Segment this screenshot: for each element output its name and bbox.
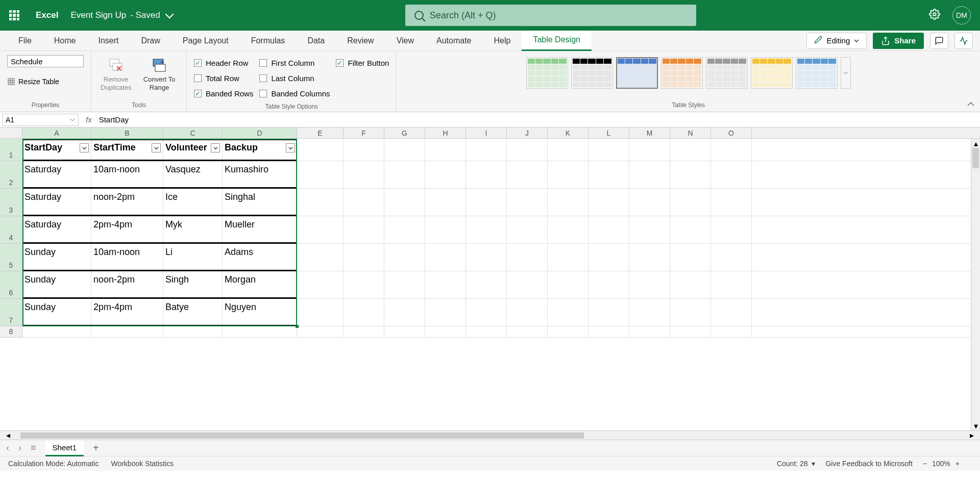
column-header[interactable]: O [711, 127, 752, 138]
scroll-down-icon[interactable]: ▾ [971, 421, 980, 430]
ribbon-tab-draw[interactable]: Draw [130, 31, 171, 51]
ribbon-tab-table-design[interactable]: Table Design [522, 31, 592, 51]
filter-button-checkbox[interactable]: Filter Button [336, 55, 389, 70]
row-header[interactable]: 6 [0, 271, 22, 299]
sheet-tab[interactable]: Sheet1 [45, 440, 84, 456]
ribbon-collapse-icon[interactable] [967, 100, 975, 111]
table-header-cell[interactable]: Backup [223, 140, 297, 160]
workbook-stats[interactable]: Workbook Statistics [111, 459, 174, 468]
last-column-checkbox[interactable]: Last Column [259, 70, 330, 86]
search-input[interactable]: Search (Alt + Q) [405, 5, 696, 26]
row-header[interactable]: 3 [0, 189, 22, 216]
column-header[interactable]: N [670, 127, 711, 138]
hscroll-thumb[interactable] [20, 432, 584, 439]
table-cell[interactable]: 10am-noon [91, 244, 163, 270]
horizontal-scrollbar[interactable]: ◂ ▸ [0, 430, 980, 440]
column-header[interactable]: G [384, 127, 425, 138]
file-menu-chevron-icon[interactable] [165, 10, 174, 19]
header-row-checkbox[interactable]: Header Row [194, 55, 253, 70]
table-style-swatch[interactable] [571, 57, 613, 89]
ribbon-tab-insert[interactable]: Insert [87, 31, 130, 51]
table-style-swatch[interactable] [661, 57, 703, 89]
row-header[interactable]: 7 [0, 299, 22, 326]
calc-mode[interactable]: Calculation Mode: Automatic [8, 459, 99, 468]
column-header[interactable]: F [344, 127, 384, 138]
scroll-up-icon[interactable]: ▴ [971, 139, 980, 148]
filter-dropdown-button[interactable] [211, 143, 220, 152]
table-cell[interactable]: noon-2pm [91, 189, 163, 215]
zoom-out-button[interactable]: − [923, 459, 927, 468]
convert-to-range-button[interactable]: Convert To Range [139, 55, 179, 93]
add-sheet-button[interactable]: + [93, 442, 99, 454]
banded-columns-checkbox[interactable]: Banded Columns [259, 86, 330, 101]
formula-input[interactable] [97, 114, 980, 126]
column-header[interactable]: D [223, 127, 297, 138]
table-header-cell[interactable]: StartDay [22, 140, 91, 160]
table-cell[interactable]: Singhal [223, 189, 297, 215]
column-header[interactable]: E [297, 127, 344, 138]
ribbon-tab-home[interactable]: Home [43, 31, 87, 51]
first-column-checkbox[interactable]: First Column [259, 55, 330, 70]
column-header[interactable]: I [466, 127, 507, 138]
app-launcher-icon[interactable] [9, 10, 19, 20]
table-style-swatch[interactable] [526, 57, 568, 89]
sheet-list-icon[interactable]: ≡ [31, 443, 36, 453]
table-cell[interactable]: Batye [163, 299, 223, 325]
column-header[interactable]: K [548, 127, 589, 138]
table-cell[interactable]: Nguyen [223, 299, 297, 325]
ribbon-tab-review[interactable]: Review [336, 31, 385, 51]
row-header[interactable]: 8 [0, 326, 22, 338]
fx-icon[interactable]: fx [86, 115, 92, 124]
column-header[interactable]: C [163, 127, 223, 138]
table-style-swatch[interactable] [751, 57, 793, 89]
filter-dropdown-button[interactable] [286, 143, 295, 152]
table-cell[interactable]: Ice [163, 189, 223, 215]
ribbon-tab-file[interactable]: File [7, 31, 43, 51]
table-style-swatch[interactable] [706, 57, 748, 89]
table-cell[interactable]: Adams [223, 244, 297, 270]
scroll-thumb[interactable] [972, 148, 979, 168]
column-header[interactable]: B [91, 127, 163, 138]
table-style-swatch[interactable] [616, 57, 658, 89]
table-cell[interactable]: 10am-noon [91, 161, 163, 187]
table-cell[interactable]: Morgan [223, 271, 297, 297]
table-cell[interactable]: Sunday [22, 244, 91, 270]
ribbon-tab-help[interactable]: Help [483, 31, 522, 51]
table-cell[interactable]: Sunday [22, 299, 91, 325]
filter-dropdown-button[interactable] [80, 143, 89, 152]
row-header[interactable]: 1 [0, 139, 22, 161]
user-avatar[interactable]: DM [952, 6, 971, 24]
total-row-checkbox[interactable]: Total Row [194, 70, 253, 86]
file-name[interactable]: Event Sign Up [70, 10, 126, 20]
remove-duplicates-button[interactable]: Remove Duplicates [99, 55, 133, 93]
table-style-swatch[interactable] [796, 57, 838, 89]
column-header[interactable]: M [629, 127, 670, 138]
ribbon-tab-view[interactable]: View [385, 31, 425, 51]
table-cell[interactable]: Saturday [22, 189, 91, 215]
table-cell[interactable]: 2pm-4pm [91, 216, 163, 242]
row-header[interactable]: 4 [0, 216, 22, 244]
table-cell[interactable]: Mueller [223, 216, 297, 242]
select-all-corner[interactable] [0, 127, 22, 138]
editing-mode-button[interactable]: Editing [806, 33, 867, 49]
table-cell[interactable]: Sunday [22, 271, 91, 297]
comments-button[interactable] [930, 33, 948, 49]
activity-button[interactable] [954, 33, 973, 49]
table-cell[interactable]: Vasquez [163, 161, 223, 187]
settings-icon[interactable] [929, 9, 940, 22]
selection-count[interactable]: Count: 28 ▾ [777, 459, 816, 468]
row-header[interactable]: 2 [0, 161, 22, 189]
column-header[interactable]: H [425, 127, 466, 138]
ribbon-tab-page-layout[interactable]: Page Layout [172, 31, 240, 51]
table-cell[interactable]: Singh [163, 271, 223, 297]
resize-table-button[interactable]: Resize Table [7, 78, 59, 86]
table-cell[interactable]: noon-2pm [91, 271, 163, 297]
ribbon-tab-automate[interactable]: Automate [425, 31, 482, 51]
column-header[interactable]: J [507, 127, 548, 138]
table-name-input[interactable] [7, 55, 84, 67]
column-header[interactable]: L [589, 127, 629, 138]
table-header-cell[interactable]: StartTime [91, 140, 163, 160]
feedback-link[interactable]: Give Feedback to Microsoft [825, 459, 912, 468]
share-button[interactable]: Share [873, 33, 924, 49]
column-header[interactable]: A [22, 127, 91, 138]
